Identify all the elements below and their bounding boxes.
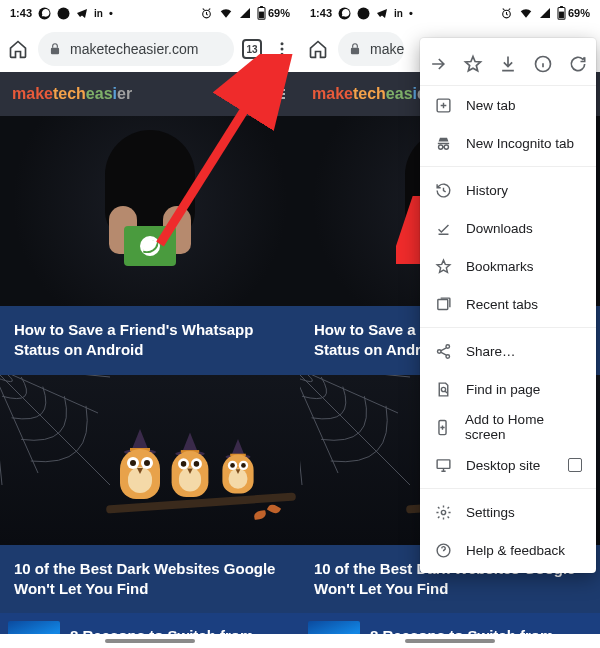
info-icon[interactable] <box>532 53 554 75</box>
menu-label: Recent tabs <box>466 297 538 312</box>
desktop-site-checkbox[interactable] <box>568 458 582 472</box>
svg-rect-5 <box>259 12 264 19</box>
svg-rect-18 <box>351 48 359 54</box>
spiderweb-graphic <box>0 375 110 485</box>
url-bar[interactable]: maket <box>338 32 404 66</box>
article-1-image[interactable] <box>0 116 300 306</box>
owls-graphic <box>116 407 276 517</box>
signal-icon <box>239 7 251 19</box>
site-search-icon[interactable] <box>239 86 256 103</box>
svg-point-10 <box>241 88 251 98</box>
menu-icon-row <box>420 42 596 86</box>
wifi-icon <box>219 7 233 19</box>
status-time: 1:43 <box>310 7 332 19</box>
site-topbar: maketecheasier <box>0 72 300 116</box>
menu-label: New Incognito tab <box>466 136 574 151</box>
svg-point-24 <box>445 344 449 348</box>
svg-point-26 <box>445 354 449 358</box>
menu-history[interactable]: History <box>420 171 596 209</box>
svg-rect-29 <box>437 459 450 468</box>
forward-icon[interactable] <box>427 53 449 75</box>
telegram-icon <box>376 7 388 19</box>
gesture-nav-bar <box>300 634 600 648</box>
plus-box-icon <box>434 96 452 114</box>
tab-switcher[interactable]: 13 <box>242 39 262 59</box>
home-icon[interactable] <box>6 37 30 61</box>
svg-rect-23 <box>437 299 447 309</box>
menu-find-in-page[interactable]: Find in page <box>420 370 596 408</box>
article-2-title[interactable]: 10 of the Best Dark Websites Google Won'… <box>0 545 300 614</box>
find-in-page-icon <box>434 380 452 398</box>
lock-icon <box>48 42 62 56</box>
add-homescreen-icon <box>434 418 451 436</box>
download-done-icon <box>434 219 452 237</box>
alarm-icon <box>500 7 513 20</box>
overflow-menu: New tab New Incognito tab History Downlo… <box>420 38 596 573</box>
webpage-viewport[interactable]: maketecheasier How to Save a Friend's Wh… <box>0 72 300 648</box>
menu-label: Downloads <box>466 221 533 236</box>
menu-recent-tabs[interactable]: Recent tabs <box>420 285 596 323</box>
svg-point-22 <box>444 144 448 148</box>
menu-label: New tab <box>466 98 516 113</box>
svg-rect-4 <box>260 6 263 7</box>
site-logo[interactable]: maketecheasier <box>12 85 132 103</box>
url-text: maket <box>370 41 404 57</box>
svg-point-21 <box>438 144 442 148</box>
menu-new-tab[interactable]: New tab <box>420 86 596 124</box>
overflow-menu-button[interactable] <box>270 37 294 61</box>
star-icon[interactable] <box>462 53 484 75</box>
incognito-icon <box>434 134 452 152</box>
whatsapp-phone-graphic <box>124 226 176 266</box>
url-text: maketecheasier.com <box>70 41 198 57</box>
menu-label: Settings <box>466 505 515 520</box>
whatsapp-icon <box>38 7 51 20</box>
phone-left: 1:43 in • 69% maketecheasier.com <box>0 0 300 648</box>
reload-icon[interactable] <box>567 53 589 75</box>
menu-bookmarks[interactable]: Bookmarks <box>420 247 596 285</box>
article-1-title[interactable]: How to Save a Friend's Whatsapp Status o… <box>0 306 300 375</box>
alarm-icon <box>200 7 213 20</box>
lock-icon <box>348 42 362 56</box>
menu-label: Desktop site <box>466 458 540 473</box>
site-menu-icon[interactable] <box>270 86 288 103</box>
menu-incognito[interactable]: New Incognito tab <box>420 124 596 162</box>
battery-indicator: 69% <box>557 6 590 20</box>
wifi-icon <box>519 7 533 19</box>
svg-point-13 <box>358 7 370 19</box>
url-bar[interactable]: maketecheasier.com <box>38 32 234 66</box>
status-bar: 1:43 in • 69% <box>0 0 300 26</box>
share-icon <box>434 342 452 360</box>
svg-rect-16 <box>560 6 563 7</box>
gesture-nav-bar <box>0 634 300 648</box>
star-icon <box>434 257 452 275</box>
menu-help[interactable]: Help & feedback <box>420 531 596 569</box>
svg-rect-17 <box>559 12 564 19</box>
menu-label: Bookmarks <box>466 259 534 274</box>
recent-tabs-icon <box>434 295 452 313</box>
menu-share[interactable]: Share… <box>420 332 596 370</box>
desktop-icon <box>434 456 452 474</box>
messenger-icon <box>357 7 370 20</box>
signal-icon <box>539 7 551 19</box>
phone-right: 1:43 in • 69% maket <box>300 0 600 648</box>
article-2-image[interactable] <box>0 375 300 545</box>
menu-label: Share… <box>466 344 516 359</box>
omnibox-row: maketecheasier.com 13 <box>0 26 300 72</box>
site-logo[interactable]: maketecheasier <box>312 85 432 103</box>
history-icon <box>434 181 452 199</box>
menu-downloads[interactable]: Downloads <box>420 209 596 247</box>
menu-label: History <box>466 183 508 198</box>
status-time: 1:43 <box>10 7 32 19</box>
menu-label: Help & feedback <box>466 543 565 558</box>
menu-desktop-site[interactable]: Desktop site <box>420 446 596 484</box>
menu-settings[interactable]: Settings <box>420 493 596 531</box>
menu-add-homescreen[interactable]: Add to Home screen <box>420 408 596 446</box>
battery-indicator: 69% <box>257 6 290 20</box>
menu-label: Add to Home screen <box>465 412 582 442</box>
svg-rect-6 <box>51 48 59 54</box>
messenger-icon <box>57 7 70 20</box>
home-icon[interactable] <box>306 37 330 61</box>
more-notif-icon: • <box>109 7 113 19</box>
gear-icon <box>434 503 452 521</box>
download-icon[interactable] <box>497 53 519 75</box>
